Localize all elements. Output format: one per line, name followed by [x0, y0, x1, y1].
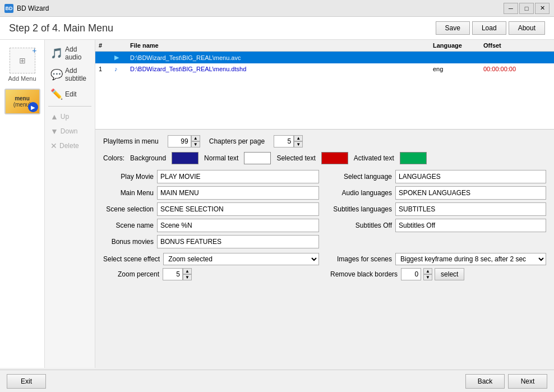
col-filename: File name: [130, 42, 433, 49]
close-button[interactable]: ✕: [535, 3, 550, 14]
bottom-bar: Exit Back Next: [0, 370, 554, 392]
selected-text-color-swatch[interactable]: [321, 152, 348, 164]
zoom-percent-input[interactable]: [163, 268, 183, 280]
remove-black-borders-label: Remove black borders: [330, 270, 398, 278]
add-audio-button[interactable]: 🎵 Add audio: [48, 43, 91, 63]
app-icon: BD: [4, 4, 13, 13]
activated-text-label: Activated text: [354, 154, 394, 162]
subtitles-languages-input[interactable]: [395, 202, 546, 216]
background-label: Background: [130, 154, 166, 162]
table-row[interactable]: ▶ D:\BDWizard_Test\BIG_REAL\menu.avc: [95, 52, 554, 63]
col-offset: Offset: [483, 42, 551, 49]
zoom-percent-spinner[interactable]: ▲ ▼: [163, 268, 192, 280]
add-menu-button[interactable]: ⊞ + Add Menu: [6, 45, 38, 84]
down-button[interactable]: ▼ Down: [48, 124, 91, 138]
audio-languages-input[interactable]: [395, 186, 546, 200]
borders-down[interactable]: ▼: [423, 274, 432, 280]
select-language-input[interactable]: [395, 170, 546, 183]
chapters-per-page-label: Chapters per page: [209, 137, 265, 145]
remove-black-borders-spinner[interactable]: ▲ ▼ select: [401, 268, 464, 280]
left-panel: ⊞ + Add Menu menu (menu) ▶: [0, 40, 45, 368]
scene-selection-input[interactable]: [157, 202, 319, 216]
play-movie-input[interactable]: [157, 170, 319, 183]
form-area: PlayItems in menu ▲ ▼ Chapters per page …: [95, 130, 554, 368]
chapters-down[interactable]: ▼: [294, 141, 303, 147]
play-items-up[interactable]: ▲: [191, 135, 200, 141]
content-area: ⊞ + Add Menu menu (menu) ▶ 🎵 Add audio 💬…: [0, 40, 554, 368]
back-button[interactable]: Back: [465, 374, 505, 389]
right-panel: # File name Language Offset ▶ D:\BDWizar…: [95, 40, 554, 368]
next-button[interactable]: Next: [508, 374, 547, 389]
col-language: Language: [433, 42, 483, 49]
save-button[interactable]: Save: [436, 21, 470, 35]
play-movie-label: Play Movie: [103, 173, 154, 181]
images-for-scenes-label: Images for scenes: [330, 255, 392, 263]
page-title: Step 2 of 4. Main Menu: [9, 22, 113, 34]
colors-label: Colors:: [103, 154, 124, 162]
add-menu-label: Add Menu: [8, 75, 36, 82]
load-button[interactable]: Load: [472, 21, 506, 35]
play-items-input[interactable]: [168, 135, 191, 147]
bonus-movies-label: Bonus movies: [103, 238, 154, 246]
file-table-container: # File name Language Offset ▶ D:\BDWizar…: [95, 40, 554, 130]
remove-black-borders-input[interactable]: [401, 268, 421, 280]
menu-thumbnail[interactable]: menu (menu) ▶: [4, 89, 40, 114]
bonus-movies-input[interactable]: [157, 235, 319, 248]
exit-button[interactable]: Exit: [7, 374, 46, 389]
subtitles-off-input[interactable]: [395, 219, 546, 232]
select-borders-button[interactable]: select: [435, 268, 464, 280]
normal-text-label: Normal text: [204, 154, 238, 162]
normal-text-color-swatch[interactable]: [244, 152, 271, 164]
main-menu-input[interactable]: [157, 186, 319, 200]
play-items-label: PlayItems in menu: [103, 137, 159, 145]
col-icon: [114, 42, 130, 49]
menu-thumb-line1: menu: [15, 95, 30, 102]
zoom-percent-label: Zoom percent: [103, 270, 159, 278]
up-button[interactable]: ▲ Up: [48, 110, 91, 123]
scene-name-label: Scene name: [103, 222, 154, 229]
row2-num: 1: [99, 66, 114, 72]
select-scene-effect-dropdown[interactable]: Zoom selected: [163, 253, 319, 265]
row2-offset: 00:00:00:00: [483, 66, 551, 72]
background-color-swatch[interactable]: [172, 152, 198, 164]
chapters-per-page-spinner[interactable]: ▲ ▼: [274, 135, 303, 147]
images-for-scenes-dropdown[interactable]: Biggest keyframe during 8 sec, after 2 s…: [395, 253, 546, 265]
row2-path: D:\BDWizard_Test\BIG_REAL\menu.dtshd: [130, 66, 433, 72]
selected-text-label: Selected text: [276, 154, 315, 162]
chapters-per-page-input[interactable]: [274, 135, 294, 147]
activated-text-color-swatch[interactable]: [400, 152, 427, 164]
borders-up[interactable]: ▲: [423, 268, 432, 274]
scene-name-input[interactable]: [157, 219, 319, 232]
add-subtitle-button[interactable]: 💬 Add subtitle: [48, 64, 91, 85]
table-row[interactable]: 1 ♪ D:\BDWizard_Test\BIG_REAL\menu.dtshd…: [95, 63, 554, 75]
toolbar-panel: 🎵 Add audio 💬 Add subtitle ✏️ Edit ▲ Up …: [45, 40, 95, 368]
subtitles-off-label: Subtitles Off: [330, 222, 392, 229]
chapters-up[interactable]: ▲: [294, 135, 303, 141]
file-table-header: # File name Language Offset: [95, 40, 554, 52]
scene-selection-label: Scene selection: [103, 205, 154, 213]
subtitles-languages-label: Subtitles languages: [330, 205, 392, 213]
app-title: BD Wizard: [17, 4, 49, 12]
select-scene-effect-label: Select scene effect: [103, 255, 160, 263]
edit-button[interactable]: ✏️ Edit: [48, 86, 91, 103]
about-button[interactable]: About: [509, 21, 545, 35]
row1-path: D:\BDWizard_Test\BIG_REAL\menu.avc: [130, 54, 433, 61]
title-bar: BD BD Wizard ─ □ ✕: [0, 0, 554, 17]
row2-icon: ♪: [114, 66, 130, 72]
play-items-spinner[interactable]: ▲ ▼: [168, 135, 200, 147]
main-menu-label: Main Menu: [103, 189, 154, 197]
zoom-down[interactable]: ▼: [183, 274, 192, 280]
audio-languages-label: Audio languages: [330, 189, 392, 197]
row1-icon: ▶: [114, 54, 130, 61]
play-items-down[interactable]: ▼: [191, 141, 200, 147]
zoom-up[interactable]: ▲: [183, 268, 192, 274]
row2-language: eng: [433, 66, 483, 72]
minimize-button[interactable]: ─: [504, 3, 518, 14]
col-num: #: [99, 42, 114, 49]
main-header: Step 2 of 4. Main Menu Save Load About: [0, 17, 554, 40]
select-language-label: Select language: [330, 173, 392, 181]
maximize-button[interactable]: □: [519, 3, 534, 14]
delete-button[interactable]: ✕ Delete: [48, 139, 91, 153]
